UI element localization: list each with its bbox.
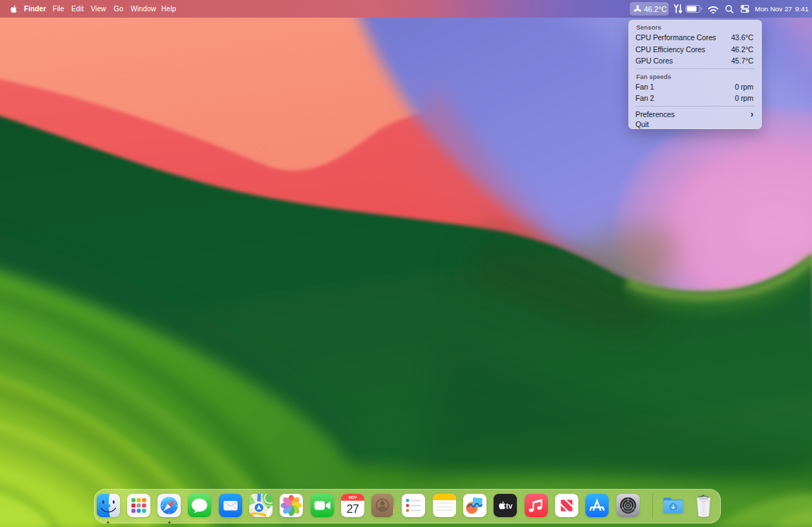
calendar-icon: NOV 27 [341,494,364,517]
calendar-month-label: NOV [349,495,357,499]
news-icon [555,494,578,517]
menu-separator [635,68,755,69]
dock-item-contacts[interactable] [371,494,395,517]
running-indicator [107,521,109,523]
trash-icon [692,494,715,517]
menu-item-label: Fan 1 [635,83,654,91]
temperature-value: 46.2°C [644,5,667,13]
chevron-right-icon: › [751,109,753,119]
dock-item-freeform[interactable] [463,494,486,517]
clock-time: 9:41 [795,5,808,13]
menu-window[interactable]: Window [131,0,156,18]
menu-file[interactable]: File [53,0,65,18]
menu-item-value: 0 rpm [735,83,753,91]
dock: NOV 27 [94,489,721,524]
menu-bar: Finder File Edit View Go Window Help 46.… [0,0,812,18]
menu-item-label: GPU Cores [635,56,673,65]
fan-icon [633,5,642,13]
dock-item-music[interactable] [525,494,548,517]
dock-item-facetime[interactable] [311,494,334,517]
menu-item-label: CPU Efficiency Cores [635,45,705,54]
dock-item-maps[interactable] [249,494,273,517]
menu-item-value: 46.2°C [731,45,753,54]
dropdown-header-sensors: Sensors [636,24,662,31]
dock-item-calendar[interactable]: NOV 27 [341,494,364,517]
dock-item-settings[interactable] [616,494,640,517]
freeform-icon [463,494,486,517]
menu-item-label: Fan 2 [635,94,654,102]
menu-item-fan1[interactable]: Fan 1 0 rpm [635,83,753,91]
menu-item-gpu-cores[interactable]: GPU Cores 45.7°C [635,56,753,65]
wifi-icon[interactable] [707,6,719,13]
sliders-icon[interactable] [674,4,683,13]
battery-icon[interactable] [686,5,703,13]
control-center-icon[interactable] [741,5,749,13]
dock-separator [652,494,653,519]
notes-icon [433,494,456,517]
temperature-status-item[interactable]: 46.2°C [630,2,669,16]
mail-icon [219,494,242,517]
settings-icon [616,494,640,517]
menu-item-label: Preferences [635,110,675,119]
menu-edit[interactable]: Edit [71,0,84,18]
menu-finder[interactable]: Finder [24,0,46,18]
menu-item-quit[interactable]: Quit [635,120,753,128]
dock-item-messages[interactable] [188,494,211,517]
dropdown-header-fans: Fan speeds [636,73,671,80]
menu-item-label: Quit [635,120,649,128]
menu-view[interactable]: View [91,0,107,18]
apple-icon[interactable] [10,5,17,13]
safari-icon [157,494,181,517]
launchpad-icon [127,494,150,517]
downloads-icon [662,494,685,517]
dock-item-finder[interactable] [97,494,120,517]
menu-go[interactable]: Go [114,0,124,18]
search-icon[interactable] [725,5,734,13]
reminders-icon [402,494,425,517]
dock-item-tv[interactable]: tv [494,494,517,517]
menu-clock[interactable]: Mon Nov 27 9:41 [755,0,808,18]
menu-item-value: 43.6°C [731,33,753,42]
clock-date: Mon Nov 27 [755,5,792,13]
dock-item-launchpad[interactable] [127,494,150,517]
dock-item-downloads[interactable] [662,494,685,517]
music-icon [525,494,548,517]
appstore-icon [585,494,609,517]
finder-icon [97,494,120,517]
contacts-icon [371,494,395,517]
dock-item-trash[interactable] [692,494,715,517]
dock-item-reminders[interactable] [402,494,425,517]
facetime-icon [311,494,334,517]
menu-item-value: 45.7°C [731,56,753,65]
dock-item-mail[interactable] [219,494,242,517]
dock-item-appstore[interactable] [585,494,609,517]
menu-item-cpu-efficiency[interactable]: CPU Efficiency Cores 46.2°C [635,45,753,54]
running-indicator [168,521,170,523]
svg-text:tv: tv [506,502,513,510]
dock-item-notes[interactable] [433,494,456,517]
dock-item-photos[interactable] [280,494,303,517]
menu-help[interactable]: Help [162,0,177,18]
dock-item-safari[interactable] [157,494,181,517]
photos-icon [280,494,303,517]
tv-icon: tv [494,494,517,517]
menu-item-label: CPU Performance Cores [635,33,716,42]
menu-item-preferences[interactable]: Preferences › [635,110,753,119]
menu-separator [635,106,755,107]
maps-icon [249,494,273,517]
menu-item-fan2[interactable]: Fan 2 0 rpm [635,94,753,102]
messages-icon [188,494,211,517]
calendar-day-label: 27 [347,502,359,515]
dock-item-news[interactable] [555,494,578,517]
sensor-dropdown-menu: Sensors CPU Performance Cores 43.6°C CPU… [628,20,762,129]
menu-item-value: 0 rpm [735,94,753,102]
menu-item-cpu-performance[interactable]: CPU Performance Cores 43.6°C [635,33,753,42]
